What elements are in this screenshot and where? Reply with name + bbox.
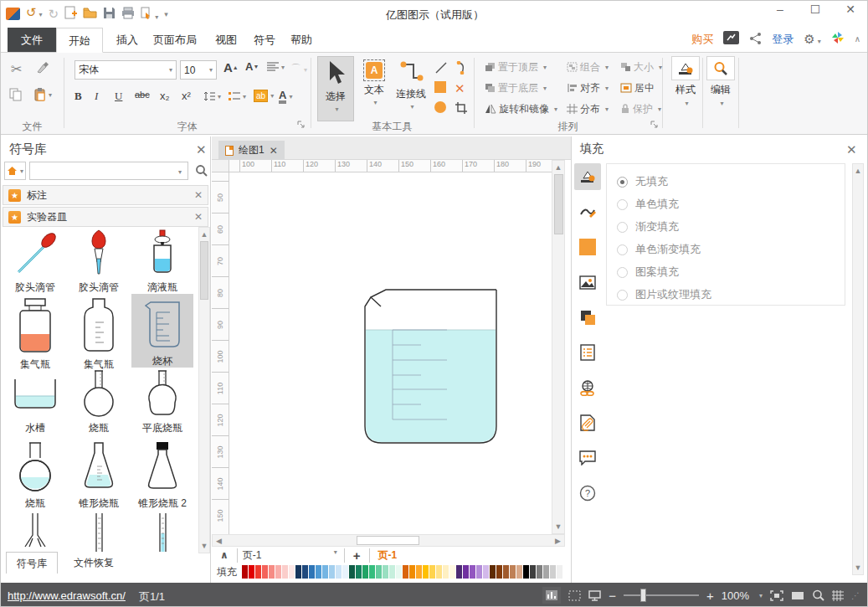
color-swatch[interactable]: [557, 565, 562, 579]
zoom-area-icon[interactable]: [812, 589, 824, 601]
color-swatch[interactable]: [322, 565, 328, 579]
picture-icon[interactable]: [574, 269, 601, 296]
color-swatch[interactable]: [336, 565, 342, 579]
text-tool-button[interactable]: A 文本▾: [356, 56, 393, 121]
color-swatch[interactable]: [295, 565, 301, 579]
library-home-button[interactable]: ▾: [4, 162, 26, 180]
bring-to-front-button[interactable]: 置于顶层▾: [485, 59, 547, 75]
zoom-in-button[interactable]: +: [706, 589, 714, 603]
ellipse-tool-button[interactable]: [434, 101, 446, 113]
tab-file[interactable]: 文件: [8, 28, 56, 53]
send-to-back-button[interactable]: 置于底层▾: [485, 80, 547, 95]
color-swatch[interactable]: [537, 565, 542, 579]
pinwheel-icon[interactable]: [831, 31, 845, 47]
fill-option-picture-texture[interactable]: 图片或纹理填充: [617, 287, 711, 302]
zoom-slider-thumb[interactable]: [640, 589, 646, 602]
color-swatch[interactable]: [516, 565, 522, 579]
crop-tool-button[interactable]: [455, 101, 468, 115]
color-swatch[interactable]: [383, 565, 388, 579]
edit-button[interactable]: 编辑▾: [704, 56, 737, 107]
select-tool-button[interactable]: 选择▾: [317, 56, 354, 121]
color-swatch[interactable]: [543, 565, 549, 579]
minimize-button[interactable]: –: [768, 3, 792, 16]
font-dialog-launcher-icon[interactable]: [297, 120, 306, 131]
search-dropdown-icon[interactable]: ▾: [178, 168, 182, 176]
symbol-item[interactable]: 集气瓶: [4, 297, 66, 372]
zoom-dropdown-icon[interactable]: ▾: [759, 592, 763, 599]
color-swatch[interactable]: [249, 565, 254, 579]
color-swatch[interactable]: [349, 565, 355, 579]
scroll-down-icon[interactable]: ▼: [199, 542, 209, 550]
maximize-button[interactable]: ☐: [804, 3, 827, 16]
color-swatch[interactable]: [470, 565, 475, 579]
cut-button[interactable]: ✂: [11, 61, 22, 77]
color-swatch[interactable]: [389, 565, 395, 579]
symbol-item[interactable]: [131, 513, 193, 552]
color-swatch[interactable]: [490, 565, 496, 579]
line-style-icon[interactable]: [574, 198, 601, 225]
color-swatch[interactable]: [362, 565, 368, 579]
fill-option-pattern[interactable]: 图案填充: [617, 265, 679, 280]
style-button[interactable]: 样式▾: [669, 56, 702, 107]
symbol-scrollbar[interactable]: ▲ ▼: [198, 227, 210, 553]
arc-tool-button[interactable]: [455, 61, 468, 75]
attachment-icon[interactable]: [574, 409, 601, 436]
color-swatch[interactable]: [416, 565, 422, 579]
pen-cross-tool-button[interactable]: ✕: [455, 81, 465, 96]
canvas-h-scrollbar[interactable]: ◀ ▶: [212, 534, 565, 547]
symbol-item[interactable]: 水槽: [4, 369, 66, 435]
presentation-icon[interactable]: [588, 590, 601, 601]
color-swatch[interactable]: [255, 565, 261, 579]
color-swatch[interactable]: [429, 565, 435, 579]
color-swatch[interactable]: [282, 565, 288, 579]
active-page-tab[interactable]: 页-1: [369, 548, 398, 563]
superscript-button[interactable]: x²: [182, 90, 191, 102]
color-swatch[interactable]: [302, 565, 308, 579]
paste-button[interactable]: ▾: [34, 88, 52, 101]
color-swatch[interactable]: [423, 565, 429, 579]
arrange-dialog-launcher-icon[interactable]: [650, 120, 659, 131]
search-icon[interactable]: [195, 164, 208, 180]
color-swatch[interactable]: [262, 565, 268, 579]
font-color-button[interactable]: A▾: [279, 90, 292, 104]
color-swatch[interactable]: [463, 565, 469, 579]
color-swatch[interactable]: [510, 565, 516, 579]
symbol-item[interactable]: 胶头滴管: [4, 229, 66, 295]
color-swatch[interactable]: [449, 565, 455, 579]
size-button[interactable]: 大小▾: [620, 59, 662, 75]
section-close-icon[interactable]: ✕: [194, 211, 203, 223]
bold-button[interactable]: B: [74, 90, 82, 103]
color-swatch[interactable]: [403, 565, 408, 579]
arc-text-button[interactable]: ⌒▾: [290, 62, 307, 77]
shrink-font-button[interactable]: A▼: [245, 60, 259, 73]
text-align-button[interactable]: ▾: [267, 62, 285, 72]
symbol-item[interactable]: 胶头滴管: [68, 229, 130, 295]
zoom-slider[interactable]: [624, 589, 699, 602]
symbol-item[interactable]: 烧瓶: [68, 369, 130, 435]
symbol-panel-close-icon[interactable]: ✕: [196, 143, 207, 156]
color-swatch[interactable]: [496, 565, 502, 579]
tab-help[interactable]: 帮助: [279, 28, 324, 53]
color-swatch[interactable]: [409, 565, 415, 579]
scroll-up-icon[interactable]: ▲: [552, 163, 564, 172]
selection-mode-icon[interactable]: [568, 590, 581, 601]
symbol-item[interactable]: 锥形烧瓶: [68, 441, 130, 511]
radio-icon[interactable]: [617, 267, 628, 278]
color-swatch[interactable]: [476, 565, 482, 579]
color-swatch[interactable]: [530, 565, 536, 579]
symbol-item[interactable]: 烧瓶: [4, 441, 66, 511]
color-swatch[interactable]: [503, 565, 509, 579]
color-swatch[interactable]: [289, 565, 295, 579]
grid-toggle-icon[interactable]: [832, 590, 844, 601]
symbol-item[interactable]: [4, 513, 66, 552]
color-swatch[interactable]: [275, 565, 281, 579]
font-family-select[interactable]: 宋体▾: [74, 60, 177, 80]
symbol-item[interactable]: 平底烧瓶: [131, 369, 193, 435]
symbol-item[interactable]: 集气瓶: [68, 297, 130, 372]
font-size-select[interactable]: 10▾: [180, 60, 217, 80]
section-close-icon[interactable]: ✕: [194, 189, 203, 201]
document-tab[interactable]: 绘图1 ✕: [218, 141, 285, 160]
tab-symbol-library[interactable]: 符号库: [6, 552, 58, 574]
share-box-icon[interactable]: [723, 31, 739, 47]
document-tab-close-icon[interactable]: ✕: [270, 145, 278, 157]
